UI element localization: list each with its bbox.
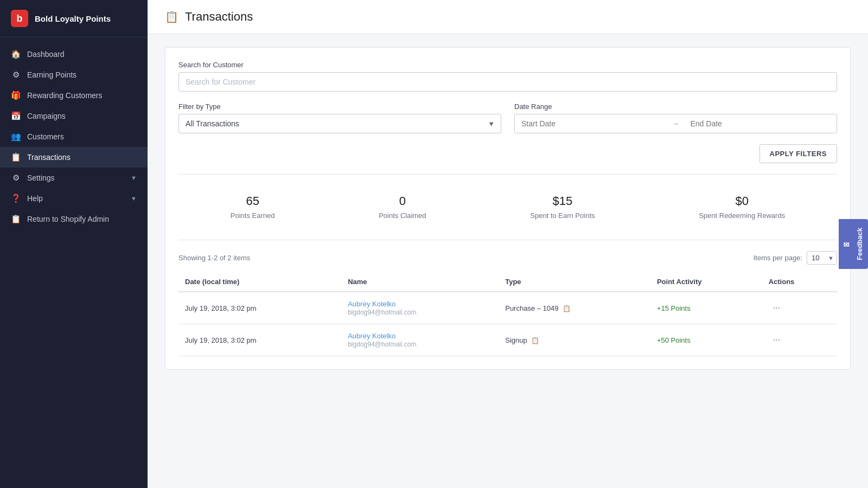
customer-email-0: bigdog94@hotmail.com <box>348 309 416 316</box>
app-title: Bold Loyalty Points <box>35 14 111 23</box>
type-select-wrapper: All Transactions Earning Redemption Sign… <box>178 114 501 133</box>
nav-label-campaigns: Campaigns <box>27 112 66 120</box>
nav-icon-campaigns: 📅 <box>11 111 21 121</box>
sidebar-item-return-shopify[interactable]: 📋 Return to Shopify Admin <box>0 209 148 229</box>
type-select[interactable]: All Transactions Earning Redemption Sign… <box>178 114 501 133</box>
col-type: Type <box>499 272 650 292</box>
sidebar: b Bold Loyalty Points 🏠 Dashboard ⚙ Earn… <box>0 0 148 488</box>
nav-label-settings: Settings <box>27 174 55 182</box>
nav-label-customers: Customers <box>27 132 64 141</box>
nav-icon-return-shopify: 📋 <box>11 214 21 224</box>
page-title: Transactions <box>185 10 253 24</box>
stat-label: Points Claimed <box>379 211 426 220</box>
sidebar-item-earning-points[interactable]: ⚙ Earning Points <box>0 65 148 85</box>
cell-points-0: +15 Points <box>650 292 762 324</box>
nav-icon-dashboard: 🏠 <box>11 49 21 59</box>
apply-filters-button[interactable]: APPLY FILTERS <box>760 144 838 163</box>
page-header: 📋 Transactions <box>148 0 868 34</box>
customer-email-1: bigdog94@hotmail.com <box>348 341 416 348</box>
per-page-wrapper: 10 25 50 100 ▼ <box>807 251 837 265</box>
nav-icon-settings: ⚙ <box>11 173 21 183</box>
actions-button-1[interactable]: ··· <box>769 333 784 347</box>
items-per-page-label: Items per page: <box>754 254 802 262</box>
cell-actions-1: ··· <box>762 324 837 356</box>
apply-btn-row: APPLY FILTERS <box>178 144 837 163</box>
sidebar-item-campaigns[interactable]: 📅 Campaigns <box>0 106 148 126</box>
filters-card: Search for Customer Filter by Type All T… <box>165 47 851 370</box>
point-activity-1: +50 Points <box>657 336 691 344</box>
end-date-input[interactable] <box>684 114 837 133</box>
stat-label: Spent Redeeming Rewards <box>699 211 785 220</box>
date-arrow-icon: → <box>668 119 684 128</box>
table-body: July 19, 2018, 3:02 pm Aubrey Kotelko bi… <box>178 292 837 356</box>
nav-icon-customers: 👥 <box>11 132 21 142</box>
point-activity-0: +15 Points <box>657 304 691 312</box>
stat-value: 65 <box>231 194 275 208</box>
items-per-page: Items per page: 10 25 50 100 ▼ <box>754 251 837 265</box>
sidebar-nav: 🏠 Dashboard ⚙ Earning Points 🎁 Rewarding… <box>0 37 148 488</box>
col-actions: Actions <box>762 272 837 292</box>
cell-name-0: Aubrey Kotelko bigdog94@hotmail.com <box>341 292 499 324</box>
nav-icon-rewarding-customers: 🎁 <box>11 91 21 100</box>
sidebar-item-help[interactable]: ❓ Help ▼ <box>0 188 148 209</box>
actions-button-0[interactable]: ··· <box>769 301 784 315</box>
start-date-input[interactable] <box>515 114 668 133</box>
stats-divider <box>178 174 837 175</box>
page-icon: 📋 <box>165 10 178 23</box>
customer-name-link-0[interactable]: Aubrey Kotelko <box>348 300 492 308</box>
stat-points-earned: 65 Points Earned <box>231 194 275 220</box>
stat-value: $15 <box>530 194 595 208</box>
cell-name-1: Aubrey Kotelko bigdog94@hotmail.com <box>341 324 499 356</box>
stat-label: Points Earned <box>231 211 275 220</box>
content-area: Search for Customer Filter by Type All T… <box>148 34 868 396</box>
stat-label: Spent to Earn Points <box>530 211 595 220</box>
sidebar-item-transactions[interactable]: 📋 Transactions <box>0 147 148 168</box>
cell-actions-0: ··· <box>762 292 837 324</box>
main-content: 📋 Transactions Search for Customer Filte… <box>148 0 868 488</box>
nav-label-return-shopify: Return to Shopify Admin <box>27 215 109 223</box>
type-filter-label: Filter by Type <box>178 102 501 111</box>
stat-value: $0 <box>699 194 785 208</box>
showing-text: Showing 1-2 of 2 items <box>178 254 250 262</box>
stat-spent-redeeming-rewards: $0 Spent Redeeming Rewards <box>699 194 785 220</box>
col-point-activity: Point Activity <box>650 272 762 292</box>
cell-type-0: Purchase – 1049 📋 <box>499 292 650 324</box>
stat-value: 0 <box>379 194 426 208</box>
nav-icon-transactions: 📋 <box>11 152 21 162</box>
nav-chevron-settings: ▼ <box>131 175 137 181</box>
app-logo: b <box>11 10 28 27</box>
stat-points-claimed: 0 Points Claimed <box>379 194 426 220</box>
stats-row: 65 Points Earned 0 Points Claimed $15 Sp… <box>178 185 837 229</box>
nav-label-rewarding-customers: Rewarding Customers <box>27 91 103 100</box>
date-range-wrapper: → <box>514 114 837 133</box>
date-filter-group: Date Range → <box>514 102 837 133</box>
feedback-tab[interactable]: ✉ Feedback <box>839 219 868 269</box>
nav-chevron-help: ▼ <box>131 195 137 202</box>
cell-type-1: Signup 📋 <box>499 324 650 356</box>
per-page-select[interactable]: 10 25 50 100 <box>807 251 837 265</box>
feedback-label: Feedback <box>856 228 864 260</box>
customer-name-link-1[interactable]: Aubrey Kotelko <box>348 332 492 340</box>
search-input[interactable] <box>178 72 837 92</box>
sidebar-item-dashboard[interactable]: 🏠 Dashboard <box>0 44 148 65</box>
type-icon-0: 📋 <box>563 305 571 312</box>
table-meta: Showing 1-2 of 2 items Items per page: 1… <box>178 251 837 265</box>
sidebar-item-rewarding-customers[interactable]: 🎁 Rewarding Customers <box>0 85 148 106</box>
feedback-icon: ✉ <box>843 240 851 248</box>
type-icon-1: 📋 <box>531 337 539 344</box>
table-row: July 19, 2018, 3:02 pm Aubrey Kotelko bi… <box>178 292 837 324</box>
date-filter-label: Date Range <box>514 102 837 111</box>
table-divider <box>178 240 837 240</box>
col-date: Date (local time) <box>178 272 341 292</box>
cell-points-1: +50 Points <box>650 324 762 356</box>
col-name: Name <box>341 272 499 292</box>
type-filter-group: Filter by Type All Transactions Earning … <box>178 102 501 133</box>
sidebar-item-customers[interactable]: 👥 Customers <box>0 126 148 147</box>
transactions-table: Date (local time) Name Type Point Activi… <box>178 272 837 356</box>
nav-label-dashboard: Dashboard <box>27 50 65 59</box>
sidebar-item-settings[interactable]: ⚙ Settings ▼ <box>0 168 148 188</box>
nav-label-earning-points: Earning Points <box>27 70 76 79</box>
table-header: Date (local time) Name Type Point Activi… <box>178 272 837 292</box>
nav-icon-earning-points: ⚙ <box>11 70 21 80</box>
cell-date-0: July 19, 2018, 3:02 pm <box>178 292 341 324</box>
